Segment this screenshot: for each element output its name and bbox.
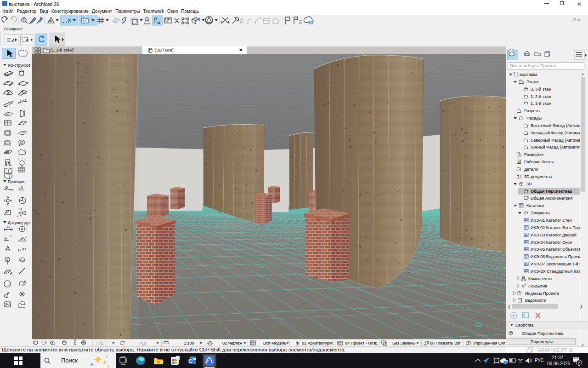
svg-text:1.2: 1.2 [24,224,28,227]
svg-text:Конструирова: Конструирова [8,63,30,68]
svg-text:Проекция: Проекция [8,179,26,184]
svg-text:α: α [25,236,27,239]
svg-text:1.2: 1.2 [8,235,12,238]
svg-text:12: 12 [165,19,169,23]
svg-text:1: 1 [6,258,8,261]
svg-text:1.2: 1.2 [6,225,11,228]
svg-text:A1: A1 [22,247,27,251]
svg-text:XY: XY [83,19,87,23]
svg-text:i: i [505,362,506,364]
